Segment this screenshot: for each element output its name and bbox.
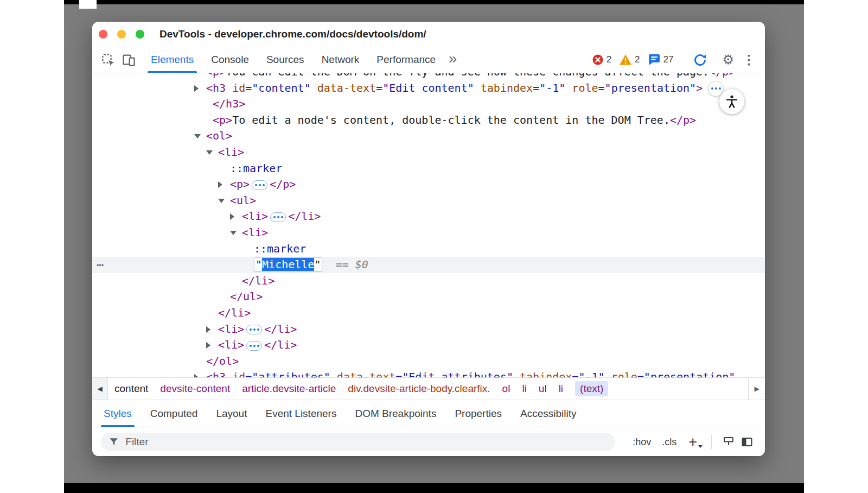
toggle-element-state-button[interactable]: :hov	[633, 437, 651, 448]
filter-input[interactable]	[124, 435, 608, 448]
dom-node-line[interactable]: <p></p>	[92, 176, 765, 193]
sidebar-tab-accessibility[interactable]: Accessibility	[511, 400, 585, 427]
dom-node-line[interactable]: <p>You can edit the DOM on the fly and s…	[92, 73, 765, 80]
sync-icon[interactable]	[690, 50, 710, 69]
sidebar-tab-event-listeners[interactable]: Event Listeners	[256, 400, 346, 427]
breadcrumb-li[interactable]: li	[559, 383, 563, 395]
dom-node-line[interactable]: </li>	[92, 305, 765, 321]
breadcrumb-li[interactable]: li	[522, 383, 526, 395]
dom-node-line[interactable]: <li>	[92, 225, 765, 241]
show-sidebar-panel-icon[interactable]	[738, 433, 756, 451]
tab-sources[interactable]: Sources	[258, 47, 313, 73]
issues-button[interactable]: 27	[648, 54, 674, 66]
expand-ellipsis-button[interactable]	[246, 341, 262, 351]
devtools-toolbar: ElementsConsoleSourcesNetworkPerformance…	[92, 47, 765, 73]
dom-node-line[interactable]: <li></li>	[92, 208, 765, 225]
expand-arrow-icon[interactable]	[194, 85, 199, 92]
text-edit-box[interactable]: "Michelle"	[254, 257, 322, 271]
dom-node-line[interactable]: <h3 id="content" data-text="Edit content…	[92, 80, 765, 97]
minimize-button[interactable]	[117, 30, 126, 39]
breadcrumb-content[interactable]: content	[114, 383, 148, 395]
dom-node-line[interactable]: <p>To edit a node's content, double-clic…	[92, 112, 765, 129]
expand-ellipsis-button[interactable]	[270, 212, 286, 222]
code-tag: <p>	[206, 113, 232, 127]
breadcrumb-text[interactable]: (text)	[575, 381, 608, 396]
dom-node-line[interactable]: ::marker	[92, 241, 765, 257]
breadcrumb-bar: ◀ contentdevsite-contentarticle.devsite-…	[92, 377, 765, 400]
code-tag: </p>	[270, 178, 296, 191]
code-tag: <li>	[242, 226, 268, 239]
code-tag: </ul>	[230, 290, 263, 303]
dom-node-line[interactable]: </li>	[92, 273, 765, 289]
expand-arrow-icon[interactable]	[206, 342, 210, 349]
dom-node-line[interactable]: <li></li>	[92, 321, 765, 338]
breadcrumb-div-devsite-article-body-clearfix[interactable]: div.devsite-article-body.clearfix.	[348, 383, 490, 395]
more-tabs-icon[interactable]: »	[449, 52, 457, 66]
expand-ellipsis-button[interactable]	[246, 325, 262, 334]
code-gray: ==	[322, 258, 355, 271]
more-options-menu-icon[interactable]: ⋮	[743, 54, 755, 66]
tab-network[interactable]: Network	[313, 47, 368, 73]
toolbar-divider	[711, 435, 712, 449]
sidebar-tab-styles[interactable]: Styles	[94, 400, 141, 427]
code-attr: role	[565, 81, 598, 94]
dom-node-line[interactable]: <li></li>	[92, 337, 765, 353]
dom-node-line[interactable]: </h3>	[92, 96, 765, 112]
dom-node-line[interactable]: <li>	[92, 144, 765, 161]
breadcrumb-scroll-left-icon[interactable]: ◀	[92, 378, 108, 400]
dom-node-line[interactable]: ::marker	[92, 161, 765, 177]
rendering-emulations-icon[interactable]	[719, 433, 738, 451]
expand-arrow-icon[interactable]	[194, 374, 199, 377]
sidebar-tab-dom-breakpoints[interactable]: DOM Breakpoints	[346, 400, 445, 427]
tab-console[interactable]: Console	[202, 47, 258, 73]
expand-arrow-icon[interactable]	[218, 181, 222, 188]
dom-tree[interactable]: <p>You can edit the DOM on the fly and s…	[92, 73, 765, 377]
device-toolbar-icon[interactable]	[118, 50, 139, 69]
dom-node-line[interactable]: </ul>	[92, 289, 765, 305]
zoom-button[interactable]	[136, 30, 144, 39]
sidebar-tab-properties[interactable]: Properties	[445, 400, 511, 427]
code-text: "	[256, 258, 262, 271]
breadcrumb-ol[interactable]: ol	[502, 383, 510, 395]
collapse-arrow-icon[interactable]	[218, 199, 225, 203]
tab-elements[interactable]: Elements	[142, 47, 202, 73]
code-val: ="attributes"	[245, 370, 330, 377]
code-hl: Michelle	[262, 258, 314, 271]
console-errors-button[interactable]: 2	[592, 54, 611, 66]
breadcrumb-ul[interactable]: ul	[539, 383, 547, 395]
warning-count: 2	[635, 54, 640, 65]
dom-node-line[interactable]: <ol>	[92, 128, 765, 144]
console-warnings-button[interactable]: 2	[619, 54, 640, 66]
expand-arrow-icon[interactable]	[206, 326, 210, 333]
dom-node-line[interactable]: <h3 id="attributes" data-text="Edit attr…	[92, 369, 765, 377]
close-button[interactable]	[99, 30, 107, 39]
code-marker: ::marker	[230, 162, 282, 175]
inspect-element-icon[interactable]	[98, 50, 118, 69]
sidebar-tab-computed[interactable]: Computed	[141, 400, 207, 427]
dom-node-line[interactable]: <ul>	[92, 193, 765, 209]
accessibility-floating-button[interactable]	[719, 89, 744, 114]
breadcrumb-scroll-right-icon[interactable]: ▶	[748, 378, 765, 400]
collapse-arrow-icon[interactable]	[230, 231, 237, 235]
code-tag: </li>	[264, 338, 297, 351]
element-classes-button[interactable]: .cls	[662, 437, 676, 448]
settings-gear-icon[interactable]: ⚙	[722, 53, 734, 66]
breadcrumb: contentdevsite-contentarticle.devsite-ar…	[108, 381, 748, 396]
style-filter-field[interactable]	[101, 433, 615, 451]
code-tag: </li>	[264, 323, 297, 336]
sidebar-tab-layout[interactable]: Layout	[207, 400, 256, 427]
tab-performance[interactable]: Performance	[368, 47, 444, 73]
code-tag: <li>	[242, 210, 268, 223]
dom-node-selected-text[interactable]: ⋯"Michelle" == $0	[92, 257, 765, 273]
expand-ellipsis-button[interactable]	[252, 180, 267, 190]
code-val: ="Edit content"	[376, 81, 474, 94]
dom-node-line[interactable]: </ol>	[92, 353, 765, 370]
breadcrumb-devsite-content[interactable]: devsite-content	[160, 383, 230, 395]
expand-arrow-icon[interactable]	[230, 213, 234, 220]
breadcrumb-article-devsite-article[interactable]: article.devsite-article	[242, 383, 336, 395]
collapse-arrow-icon[interactable]	[206, 150, 213, 155]
collapse-arrow-icon[interactable]	[194, 134, 201, 138]
new-style-rule-button[interactable]: +	[688, 435, 697, 450]
node-menu-ellipsis-icon[interactable]: ⋯	[97, 257, 104, 273]
code-text: To edit a node's content, double-click t…	[232, 113, 670, 127]
